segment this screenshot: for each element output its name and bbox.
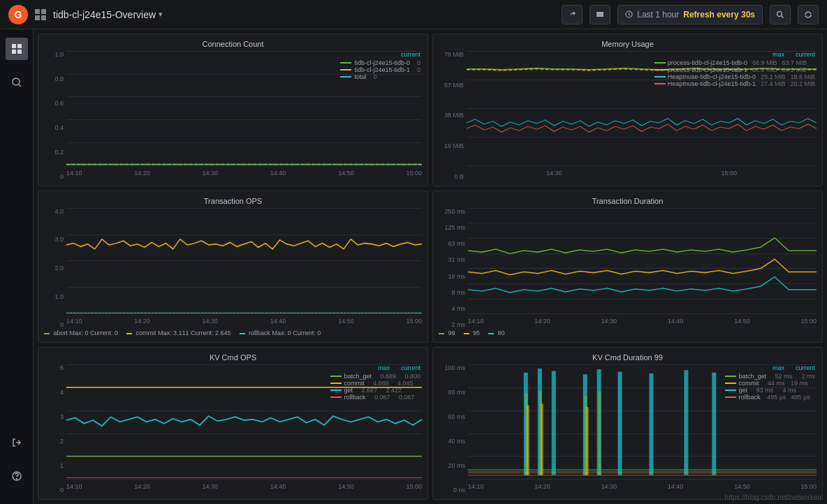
charts-grid: Connection Count 1.0 0.8 0.6 0.4 0.2 0 — [34, 29, 827, 504]
panel-title: Memory Usage — [439, 40, 817, 48]
chart-content: 14:30 15:00 max current process-tidb-cl-… — [467, 51, 817, 180]
svg-rect-4 — [17, 44, 22, 48]
panel-title: KV Cmd Duration 99 — [439, 353, 817, 362]
sidebar — [0, 29, 34, 504]
sidebar-signin[interactable] — [6, 431, 28, 454]
svg-rect-25 — [586, 407, 589, 475]
legend-item: rollback 0.067 0.067 — [330, 394, 420, 401]
legend-item: process-tidb-cl-j24e15-tidb-0 66.9 MiB 6… — [654, 59, 815, 66]
legend-item: process-tidb-cl-j24e15-tidb-1 66.9 MiB 6… — [654, 66, 815, 73]
tv-button[interactable] — [590, 5, 610, 24]
x-axis: 14:30 15:00 — [467, 166, 817, 180]
chart-legend: max current batch_get 52 ms 2 ms commit — [725, 364, 815, 401]
search-button[interactable] — [770, 5, 791, 24]
chart-content: 14:10 14:20 14:30 14:40 14:50 15:00 curr… — [66, 51, 422, 180]
chart-legend: max current process-tidb-cl-j24e15-tidb-… — [654, 51, 815, 87]
x-axis: 14:10 14:20 14:30 14:40 14:50 15:00 — [66, 166, 422, 180]
legend-item: batch_get 0.889 0.800 — [330, 373, 420, 380]
sync-button[interactable] — [798, 5, 819, 24]
panel-title: KV Cmd OPS — [44, 353, 422, 362]
sidebar-bottom — [6, 431, 28, 496]
chart-area: 76 MiB 57 MiB 38 MiB 19 MiB 0 B — [439, 51, 817, 180]
x-axis: 14:10 14:20 14:30 14:40 14:50 15:00 — [66, 314, 422, 328]
chart-area: 1.0 0.8 0.6 0.4 0.2 0 — [44, 51, 422, 180]
chart-area: 5 4 3 2 1 0 — [44, 364, 422, 494]
panel-kv-cmd-duration-99: KV Cmd Duration 99 100 ms 80 ms 60 ms 40… — [432, 347, 823, 500]
chart-area: 250 ms 125 ms 63 ms 31 ms 16 ms 8 ms 4 m… — [439, 208, 817, 329]
y-axis: 4.0 3.0 2.0 1.0 0 — [44, 208, 66, 329]
x-axis: 14:10 14:20 14:30 14:40 14:50 15:00 — [468, 314, 817, 328]
legend-item: total 0 — [340, 73, 420, 80]
time-range-selector[interactable]: Last 1 hour Refresh every 30s — [617, 5, 763, 24]
chart-legend: max current batch_get 0.889 0.800 commit — [330, 364, 420, 401]
legend-item: commit 44 ms 19 ms — [725, 380, 815, 387]
y-axis: 1.0 0.8 0.6 0.4 0.2 0 — [44, 51, 66, 180]
y-axis: 5 4 3 2 1 0 — [44, 364, 66, 494]
chart-content: 14:10 14:20 14:30 14:40 14:50 15:00 max … — [66, 364, 422, 494]
legend-item: get 2.667 2.422 — [330, 387, 420, 394]
svg-rect-24 — [541, 404, 543, 475]
svg-rect-18 — [712, 373, 716, 475]
app-logo: G — [8, 5, 28, 24]
svg-rect-17 — [684, 371, 688, 476]
watermark: https://blog.csdn.net/networken — [725, 494, 821, 501]
sidebar-home[interactable] — [6, 38, 28, 60]
share-button[interactable] — [562, 5, 583, 24]
y-axis: 250 ms 125 ms 63 ms 31 ms 16 ms 8 ms 4 m… — [439, 208, 468, 329]
legend-item: batch_get 52 ms 2 ms — [725, 373, 815, 380]
svg-rect-5 — [12, 50, 16, 54]
x-axis: 14:10 14:20 14:30 14:40 14:50 15:00 — [468, 480, 817, 494]
chart-bottom-legend: 99 95 80 — [439, 329, 817, 336]
svg-rect-15 — [618, 372, 622, 475]
panel-connection-count: Connection Count 1.0 0.8 0.6 0.4 0.2 0 — [38, 34, 428, 186]
legend-item: HeapInuse-tidb-cl-j24e15-tidb-1 27.4 MiB… — [654, 80, 815, 87]
svg-point-2 — [777, 11, 782, 16]
panel-title: Transaction Duration — [439, 197, 817, 205]
refresh-label: Refresh every 30s — [683, 10, 755, 20]
panel-title: Connection Count — [44, 40, 422, 48]
sidebar-search[interactable] — [6, 71, 28, 94]
panel-memory-usage: Memory Usage 76 MiB 57 MiB 38 MiB 19 MiB… — [432, 34, 823, 186]
legend-item: tidb-cl-j24e15-tidb-1 0 — [340, 66, 420, 73]
chart-area: 100 ms 80 ms 60 ms 40 ms 20 ms 0 ns — [439, 364, 817, 494]
sidebar-help[interactable] — [6, 465, 28, 487]
chart-content: 14:10 14:20 14:30 14:40 14:50 15:00 — [468, 208, 817, 329]
legend-item: tidb-cl-j24e15-tidb-0 0 — [340, 59, 420, 66]
y-axis: 76 MiB 57 MiB 38 MiB 19 MiB 0 B — [439, 51, 467, 180]
time-range-label: Last 1 hour — [637, 10, 679, 20]
svg-rect-12 — [552, 371, 556, 475]
top-nav: G tidb-cl-j24e15-Overview ▾ Last 1 hour … — [0, 0, 827, 29]
legend-item: rollback 495 µs 495 µs — [725, 394, 815, 401]
chart-svg — [66, 208, 422, 315]
legend-item: commit 4.089 4.045 — [330, 380, 420, 387]
panel-title: Transaction OPS — [44, 197, 422, 205]
legend-item: HeapInuse-tidb-cl-j24e15-tidb-0 25.1 MiB… — [654, 73, 815, 80]
svg-rect-0 — [597, 12, 603, 17]
panel-transaction-ops: Transaction OPS 4.0 3.0 2.0 1.0 0 — [38, 191, 428, 343]
svg-rect-16 — [649, 373, 653, 475]
chart-bottom-legend: abort Max: 0 Current: 0 commit Max: 3.11… — [44, 329, 422, 336]
chart-legend: current tidb-cl-j24e15-tidb-0 0 tidb-cl-… — [340, 51, 420, 80]
chart-content: 14:10 14:20 14:30 14:40 14:50 15:00 max … — [468, 364, 817, 494]
grid-icon[interactable] — [35, 9, 46, 20]
chart-content: 14:10 14:20 14:30 14:40 14:50 15:00 — [66, 208, 422, 329]
main-layout: Connection Count 1.0 0.8 0.6 0.4 0.2 0 — [0, 29, 827, 504]
legend-item: get 93 ms 4 ms — [725, 387, 815, 394]
y-axis: 100 ms 80 ms 60 ms 40 ms 20 ms 0 ns — [439, 364, 468, 494]
svg-rect-23 — [527, 406, 529, 475]
chart-area: 4.0 3.0 2.0 1.0 0 — [44, 208, 422, 329]
panel-transaction-duration: Transaction Duration 250 ms 125 ms 63 ms… — [432, 191, 823, 343]
svg-rect-22 — [599, 392, 601, 475]
panel-kv-cmd-ops: KV Cmd OPS 5 4 3 2 1 0 — [38, 347, 428, 500]
svg-point-9 — [16, 479, 17, 480]
dashboard-title[interactable]: tidb-cl-j24e15-Overview ▾ — [53, 9, 163, 20]
x-axis: 14:10 14:20 14:30 14:40 14:50 15:00 — [66, 480, 422, 494]
svg-rect-6 — [17, 50, 22, 54]
svg-rect-3 — [12, 44, 16, 48]
chart-svg — [468, 208, 817, 315]
svg-point-7 — [13, 78, 20, 85]
